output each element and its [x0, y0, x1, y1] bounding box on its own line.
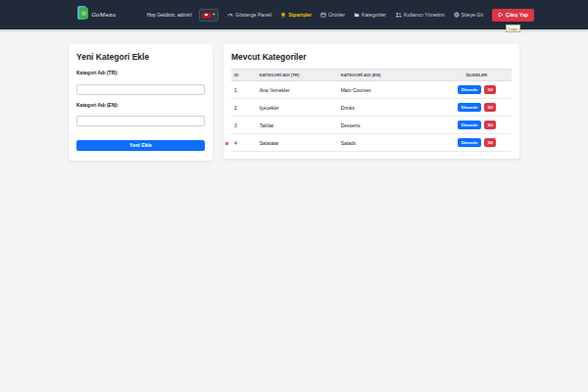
main-content: Yeni Kategori Ekle Kategori Adı (TR): Ka…	[69, 44, 519, 161]
table-row: 3 Tatlılar Desserts DüzenleSil	[231, 117, 512, 134]
cell-name-en: Main Courses	[338, 81, 442, 99]
edit-button[interactable]: Düzenle	[458, 121, 482, 129]
delete-button[interactable]: Sil	[484, 138, 495, 147]
edit-button[interactable]: Düzenle	[458, 103, 482, 112]
cell-id: 4	[231, 134, 257, 152]
edit-button[interactable]: Düzenle	[458, 85, 482, 94]
nav-item-orders[interactable]: Siparişler	[280, 12, 312, 18]
nav-item-products[interactable]: Ürünler	[320, 12, 345, 18]
category-name-tr-label: Kategori Adı (TR):	[76, 70, 205, 75]
table-row: 2 İçecekler Drinks DüzenleSil	[231, 99, 512, 117]
people-icon	[395, 12, 402, 18]
edit-button[interactable]: Düzenle	[458, 138, 482, 147]
cell-name-en: Salads	[338, 134, 442, 152]
nav-item-categories[interactable]: Kategoriler	[354, 12, 386, 18]
brand-name: GoMenu	[91, 12, 116, 18]
table-row: 4 Salatalar Salads DüzenleSil	[231, 134, 512, 152]
table-header-row: ID KATEGORİ ADI (TR) KATEGORİ ADI (EN) İ…	[231, 70, 512, 81]
cell-name-tr: Salatalar	[257, 134, 338, 152]
nav-links: Gösterge Paneli Siparişler Ürünler Kateg…	[227, 9, 534, 22]
chevron-down-icon: ▾	[213, 13, 215, 18]
cell-name-tr: İçecekler	[257, 99, 338, 117]
category-name-en-label: Kategori Adı (EN):	[76, 102, 205, 108]
delete-button[interactable]: Sil	[484, 85, 495, 94]
globe-icon	[454, 12, 460, 18]
cell-name-tr: Ana Yemekler	[257, 81, 338, 99]
top-navbar: GoMenu Hoş Geldiniz, admin! ▾ Gösterge P…	[0, 0, 588, 29]
brand-logo[interactable]: GoMenu	[76, 5, 116, 24]
cell-id: 3	[231, 117, 257, 134]
form-card-title: Yeni Kategori Ekle	[76, 52, 205, 62]
nav-item-user-management[interactable]: Kullanıcı Yönetimi	[395, 12, 444, 18]
table-card-title: Mevcut Kategoriler	[231, 52, 512, 62]
category-name-en-input[interactable]	[76, 116, 205, 126]
nav-item-go-to-site[interactable]: Siteye Git	[454, 12, 484, 18]
table-row: 1 Ana Yemekler Main Courses DüzenleSil	[231, 81, 512, 99]
delete-button[interactable]: Sil	[484, 121, 495, 129]
cart-icon	[280, 12, 286, 18]
cell-id: 1	[231, 81, 257, 99]
cell-name-tr: Tatlılar	[257, 117, 338, 134]
cell-name-en: Desserts	[338, 117, 442, 134]
new-category-card: Yeni Kategori Ekle Kategori Adı (TR): Ka…	[69, 44, 213, 161]
language-dropdown[interactable]: ▾	[199, 9, 219, 22]
cell-id: 2	[231, 99, 257, 117]
categories-card: Mevcut Kategoriler ID KATEGORİ ADI (TR) …	[223, 44, 519, 159]
broken-logo-alt-tag: Logo	[506, 24, 520, 32]
broken-image-marker	[225, 142, 228, 145]
turkish-flag-icon	[203, 13, 211, 18]
welcome-text: Hoş Geldiniz, admin!	[147, 12, 192, 18]
box-icon	[320, 12, 326, 18]
gomenu-logo-icon	[76, 5, 89, 24]
col-header-name-en: KATEGORİ ADI (EN)	[338, 70, 442, 81]
folder-icon	[354, 12, 360, 18]
categories-table: ID KATEGORİ ADI (TR) KATEGORİ ADI (EN) İ…	[231, 69, 512, 152]
cell-name-en: Drinks	[338, 99, 442, 117]
logout-button[interactable]: Çıkış Yap	[492, 9, 534, 22]
delete-button[interactable]: Sil	[484, 103, 495, 112]
box-arrow-right-icon	[498, 12, 504, 19]
add-new-button[interactable]: Yeni Ekle	[76, 140, 205, 151]
speedometer-icon	[227, 12, 233, 18]
nav-item-dashboard[interactable]: Gösterge Paneli	[227, 12, 271, 18]
category-name-tr-input[interactable]	[76, 84, 205, 95]
col-header-actions: İŞLEMLER	[441, 70, 512, 81]
col-header-name-tr: KATEGORİ ADI (TR)	[257, 70, 338, 81]
col-header-id: ID	[231, 70, 257, 81]
